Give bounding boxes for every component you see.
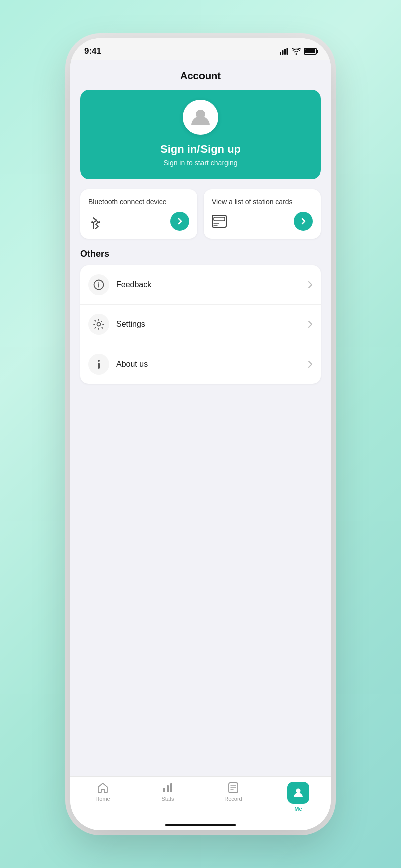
about-label: About us <box>116 360 308 369</box>
svg-rect-16 <box>98 363 100 369</box>
svg-rect-1 <box>282 50 284 55</box>
battery-icon <box>304 48 317 55</box>
feedback-icon <box>93 279 104 290</box>
svg-rect-8 <box>214 217 225 221</box>
bluetooth-card-label: Bluetooth connect device <box>88 197 189 207</box>
svg-point-6 <box>91 221 93 223</box>
feedback-chevron <box>308 281 313 289</box>
svg-point-12 <box>98 282 99 283</box>
me-nav-icon <box>293 787 304 798</box>
stats-nav-icon <box>162 782 174 794</box>
bottom-nav: Home Stats Record <box>70 776 331 824</box>
nav-item-stats[interactable]: Stats <box>135 782 200 812</box>
home-indicator <box>165 824 236 826</box>
station-cards-card[interactable]: View a list of station cards <box>204 189 321 239</box>
feedback-label: Feedback <box>116 280 308 289</box>
nav-item-record[interactable]: Record <box>200 782 266 812</box>
avatar <box>183 100 218 135</box>
main-content: Account Sign in/Sign up Sign in to start… <box>70 60 331 776</box>
phone-frame: 9:41 Account <box>70 38 331 830</box>
bluetooth-action-button[interactable] <box>170 212 189 231</box>
me-nav-label: Me <box>294 806 302 812</box>
me-icon-bubble <box>287 782 309 804</box>
settings-icon <box>93 319 104 330</box>
others-section: Others Feedback <box>80 249 321 384</box>
record-nav-icon <box>227 782 239 794</box>
signal-icon <box>280 48 289 55</box>
svg-rect-19 <box>170 783 172 792</box>
settings-chevron <box>308 320 313 328</box>
svg-point-14 <box>97 323 101 326</box>
quick-cards-container: Bluetooth connect device View <box>80 189 321 239</box>
settings-icon-wrap <box>88 314 109 335</box>
feedback-menu-item[interactable]: Feedback <box>80 265 321 305</box>
settings-label: Settings <box>116 320 308 329</box>
home-nav-label: Home <box>95 796 110 802</box>
svg-point-5 <box>98 221 100 223</box>
about-menu-item[interactable]: About us <box>80 344 321 384</box>
bluetooth-card[interactable]: Bluetooth connect device <box>80 189 197 239</box>
station-cards-action-button[interactable] <box>294 212 313 231</box>
bluetooth-icon <box>88 214 103 229</box>
status-time: 9:41 <box>84 46 101 56</box>
station-card-label: View a list of station cards <box>212 197 313 207</box>
record-nav-label: Record <box>224 796 242 802</box>
nav-item-me[interactable]: Me <box>266 782 331 812</box>
about-icon <box>93 359 104 370</box>
feedback-icon-wrap <box>88 274 109 295</box>
menu-list: Feedback Settings <box>80 265 321 384</box>
signin-subtitle: Sign in to start charging <box>163 159 237 167</box>
svg-point-15 <box>98 360 100 362</box>
svg-rect-3 <box>287 48 288 55</box>
svg-rect-0 <box>280 52 281 55</box>
about-icon-wrap <box>88 354 109 375</box>
svg-rect-17 <box>163 788 165 792</box>
svg-rect-18 <box>167 785 169 792</box>
page-title: Account <box>180 70 221 81</box>
nav-item-home[interactable]: Home <box>70 782 135 812</box>
settings-menu-item[interactable]: Settings <box>80 305 321 344</box>
bluetooth-card-bottom <box>88 212 189 231</box>
station-card-bottom <box>212 212 313 231</box>
card-list-icon <box>212 215 227 228</box>
profile-card[interactable]: Sign in/Sign up Sign in to start chargin… <box>80 90 321 179</box>
about-chevron <box>308 360 313 368</box>
stats-nav-label: Stats <box>161 796 174 802</box>
signin-title: Sign in/Sign up <box>160 143 241 156</box>
wifi-icon <box>292 48 301 55</box>
status-icons <box>280 48 317 55</box>
svg-rect-2 <box>284 49 286 55</box>
others-title: Others <box>80 249 321 259</box>
avatar-icon <box>190 107 211 127</box>
home-nav-icon <box>97 782 109 794</box>
status-bar: 9:41 <box>70 38 331 60</box>
svg-point-24 <box>296 788 301 793</box>
header: Account <box>70 60 331 90</box>
